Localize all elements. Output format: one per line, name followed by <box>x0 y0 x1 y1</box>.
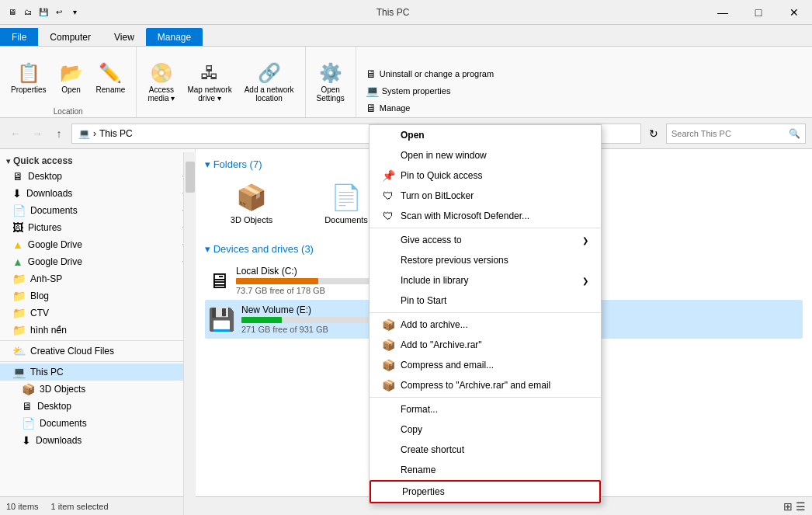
ctx-include-library-icon <box>382 274 394 287</box>
ribbon-open-button[interactable]: 📂 Open <box>54 61 88 96</box>
sidebar-item-ctv[interactable]: 📁 CTV <box>0 304 195 322</box>
search-icon: 🔍 <box>789 128 800 139</box>
3d-objects-icon: 📦 <box>22 383 35 395</box>
ribbon-manage-button[interactable]: 🖥 Manage <box>363 100 497 116</box>
drive-c-icon: 🖥 <box>208 268 230 294</box>
ctx-add-archive[interactable]: 📦 Add to archive... <box>370 315 601 335</box>
ribbon-properties-button[interactable]: 📋 Properties <box>6 61 51 96</box>
list-view-icon[interactable]: ☰ <box>796 500 806 513</box>
ribbon-access-media-button[interactable]: 📀 Accessmedia ▾ <box>143 61 179 104</box>
dropdown-icon[interactable]: ▾ <box>68 6 81 19</box>
save-icon[interactable]: 💾 <box>37 6 50 19</box>
ctx-give-access[interactable]: Give access to ❯ <box>370 230 601 250</box>
sidebar-item-anh-sp[interactable]: 📁 Anh-SP <box>0 270 195 287</box>
folder-3d-objects[interactable]: 📦 3D Objects <box>205 176 298 231</box>
ctx-include-library[interactable]: Include in library ❯ <box>370 270 601 291</box>
sidebar-item-documents[interactable]: 📄 Documents ★ <box>0 202 195 219</box>
sidebar-item-hinh-nen[interactable]: 📁 hình nền <box>0 322 195 339</box>
this-pc-label: This PC <box>30 367 64 378</box>
google-drive-2-icon: ▲ <box>12 256 23 268</box>
tab-computer[interactable]: Computer <box>38 28 102 46</box>
drive-e-icon: 💾 <box>208 307 235 332</box>
computer-icon-addr: 💻 <box>78 128 90 139</box>
ctx-add-archive-icon: 📦 <box>382 318 394 331</box>
minimize-button[interactable]: — <box>705 0 741 25</box>
manage-label: Manage <box>380 103 411 113</box>
ctx-format[interactable]: Format... <box>370 399 601 419</box>
sidebar-item-downloads[interactable]: ⬇ Downloads ★ <box>0 185 195 202</box>
sidebar-item-documents-sub[interactable]: 📄 Documents <box>0 415 195 432</box>
ctx-include-library-label: Include in library <box>401 275 468 286</box>
ribbon-rename-button[interactable]: ✏️ Rename <box>92 61 130 96</box>
forward-button[interactable]: → <box>28 124 47 143</box>
ribbon-map-network-button[interactable]: 🖧 Map networkdrive ▾ <box>182 61 236 104</box>
ctx-pin-label: Pin to Quick access <box>401 170 482 181</box>
sidebar-item-blog[interactable]: 📁 Blog <box>0 287 195 304</box>
sidebar-item-desktop-sub[interactable]: 🖥 Desktop <box>0 398 195 415</box>
grid-view-icon[interactable]: ⊞ <box>783 500 793 513</box>
sidebar-item-creative-cloud[interactable]: ⛅ Creative Cloud Files <box>0 343 195 360</box>
tab-file[interactable]: File <box>0 28 38 46</box>
up-button[interactable]: ↑ <box>50 124 68 143</box>
ctx-add-rar[interactable]: 📦 Add to "Archive.rar" <box>370 335 601 355</box>
addr-this-pc: This PC <box>99 128 133 139</box>
ctx-restore-label: Restore previous versions <box>401 255 508 266</box>
quick-access-icon[interactable]: 🗂 <box>22 6 34 19</box>
status-bar-right: ⊞ ☰ <box>783 500 806 513</box>
sidebar-item-this-pc[interactable]: 💻 This PC <box>0 364 195 381</box>
back-button[interactable]: ← <box>6 124 25 143</box>
pictures-label: Pictures <box>28 222 61 233</box>
quick-access-header[interactable]: ▾ Quick access <box>0 152 195 168</box>
ctx-pin-quick-access[interactable]: 📌 Pin to Quick access <box>370 165 601 186</box>
properties-label: Properties <box>11 85 47 94</box>
sidebar-item-google-drive-2[interactable]: ▲ Google Drive ★ <box>0 253 195 270</box>
ribbon-open-settings-button[interactable]: ⚙️ OpenSettings <box>312 61 349 104</box>
sidebar-item-desktop[interactable]: 🖥 Desktop ★ <box>0 168 195 185</box>
ctx-copy[interactable]: Copy <box>370 419 601 440</box>
documents-sub-icon: 📄 <box>22 417 35 430</box>
search-box[interactable]: 🔍 <box>666 124 806 144</box>
ctx-copy-label: Copy <box>401 424 422 435</box>
ctx-sep-2 <box>370 312 601 313</box>
ctx-create-shortcut[interactable]: Create shortcut <box>370 440 601 460</box>
ctx-give-access-label: Give access to <box>401 235 462 245</box>
ribbon-system-props-button[interactable]: 💻 System properties <box>363 83 497 99</box>
ctx-compress-rar-email[interactable]: 📦 Compress to "Archive.rar" and email <box>370 375 601 395</box>
tab-manage[interactable]: Manage <box>146 28 203 46</box>
ctx-give-access-arrow: ❯ <box>582 236 588 245</box>
ctx-pin-start[interactable]: Pin to Start <box>370 291 601 311</box>
ctx-open-label: Open <box>401 130 425 141</box>
ctx-open[interactable]: Open <box>370 125 601 145</box>
sidebar-item-google-drive-1[interactable]: ▲ Google Drive ★ <box>0 236 195 253</box>
ctx-pin-start-icon <box>382 294 394 307</box>
close-button[interactable]: ✕ <box>776 0 812 25</box>
ctx-open-new-window[interactable]: Open in new window <box>370 145 601 165</box>
tab-view[interactable]: View <box>102 28 146 46</box>
ctx-compress-email[interactable]: 📦 Compress and email... <box>370 355 601 375</box>
ribbon-media-items: 📀 Accessmedia ▾ 🖧 Map networkdrive ▾ 🔗 A… <box>143 50 298 114</box>
ctx-pin-icon: 📌 <box>382 169 394 182</box>
maximize-button[interactable]: □ <box>741 0 776 25</box>
sidebar-item-pictures[interactable]: 🖼 Pictures ★ <box>0 219 195 236</box>
undo-icon[interactable]: ↩ <box>53 6 65 19</box>
ribbon-add-network-button[interactable]: 🔗 Add a networklocation <box>240 61 299 104</box>
refresh-button[interactable]: ↻ <box>644 124 663 143</box>
search-input[interactable] <box>671 129 786 138</box>
ctx-bitlocker[interactable]: 🛡 Turn on BitLocker <box>370 186 601 206</box>
ribbon-uninstall-button[interactable]: 🖥 Uninstall or change a program <box>363 66 497 82</box>
sidebar-divider-1 <box>0 340 195 341</box>
ribbon-group-settings: ⚙️ OpenSettings <box>306 47 356 117</box>
add-network-label: Add a networklocation <box>245 85 294 103</box>
ctx-restore[interactable]: Restore previous versions <box>370 250 601 270</box>
ctx-rename[interactable]: Rename <box>370 460 601 480</box>
sidebar-item-3d-objects[interactable]: 📦 3D Objects <box>0 381 195 398</box>
ctx-defender[interactable]: 🛡 Scan with Microsoft Defender... <box>370 206 601 226</box>
ctx-properties[interactable]: Properties <box>370 480 601 503</box>
item-count: 10 items <box>6 502 39 511</box>
ctx-defender-icon: 🛡 <box>382 210 394 222</box>
folder-docs-label: Documents <box>324 215 368 224</box>
desktop-sub-icon: 🖥 <box>22 400 33 412</box>
hinh-nen-label: hình nền <box>30 325 67 336</box>
open-label: Open <box>61 85 80 94</box>
sidebar-item-downloads-sub[interactable]: ⬇ Downloads <box>0 432 195 449</box>
